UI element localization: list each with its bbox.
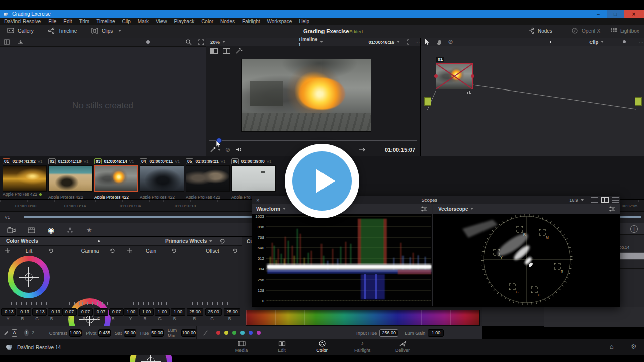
rgb-mixer-tab-icon[interactable] [66, 227, 74, 234]
output-node[interactable] [635, 97, 642, 106]
vectorscope-select[interactable]: Vectorscope [438, 206, 468, 212]
zoom-chevron-icon[interactable] [222, 41, 225, 43]
scopes-aspect-select[interactable]: 16:9 [569, 198, 578, 203]
pan-tool-icon[interactable] [436, 39, 441, 45]
timeline-button[interactable]: Timeline [48, 27, 77, 34]
gamma-value[interactable]: 0.07 [94, 308, 108, 316]
menu-item[interactable]: Help [295, 19, 313, 24]
menu-item[interactable]: Nodes [217, 19, 238, 24]
clip-thumbnail[interactable] [231, 165, 276, 192]
clip-thumbnail[interactable] [140, 165, 184, 192]
clip-thumbnail[interactable] [3, 165, 47, 192]
nav-page-color[interactable]: Color [306, 340, 338, 353]
image-wipe-icon[interactable] [210, 48, 218, 54]
clip-card[interactable]: 05 01:03:09:21 V1 Apple ProRes 422 [186, 158, 230, 199]
layout-two-up-icon[interactable] [601, 197, 609, 203]
hue-dot-yellow[interactable] [224, 331, 228, 335]
timeline-chevron-icon[interactable] [320, 41, 323, 43]
clip-thumbnail[interactable] [94, 165, 138, 192]
waveform-select[interactable]: Waveform [256, 206, 280, 212]
offset-value[interactable]: 25.00 [187, 308, 203, 316]
auto-color-button[interactable]: A [12, 329, 17, 337]
menu-item[interactable]: Trim [76, 19, 93, 24]
select-tool-icon[interactable] [425, 39, 429, 45]
clip-thumbnail[interactable] [186, 165, 230, 192]
picker-chevron-icon[interactable] [218, 149, 221, 151]
slider-knob[interactable] [146, 40, 150, 44]
menu-item[interactable]: Timeline [93, 19, 118, 24]
gamma-value[interactable]: 0.07 [78, 308, 93, 316]
node-mode-select[interactable]: Clip [589, 39, 598, 45]
lift-value[interactable]: -0.13 [17, 308, 31, 316]
lift-value[interactable]: -0.13 [1, 308, 16, 316]
menu-item[interactable]: File [45, 19, 60, 24]
nodes-button[interactable]: Nodes [527, 27, 552, 34]
wheels-mode-select[interactable]: Primaries Wheels [165, 238, 207, 244]
page-2-button[interactable]: 2 [32, 330, 34, 335]
menu-item[interactable]: Mark [134, 19, 152, 24]
source-input-node[interactable] [424, 97, 431, 106]
clip-card[interactable]: 04 01:00:04:11 V1 Apple ProRes 422 [140, 158, 184, 199]
nav-page-media[interactable]: Media [225, 340, 258, 353]
thumbnail-size-slider[interactable] [139, 42, 176, 42]
viewer-timeline-select[interactable]: Timeline 1 [298, 36, 317, 47]
camera-raw-tab-icon[interactable] [7, 227, 16, 234]
lightbox-button[interactable]: Lightbox [610, 27, 639, 34]
gain-wheel-handle[interactable] [147, 357, 155, 362]
aspect-chevron-icon[interactable] [581, 199, 584, 201]
nav-page-edit[interactable]: Edit [266, 340, 298, 353]
clip-card[interactable]: 01 01:04:41:02 V1 Apple ProRes 422 [3, 158, 47, 199]
clip-card[interactable]: 06 01:00:39:00 V1 Apple ProRes 422 HQ [231, 158, 276, 199]
lift-wheel[interactable] [8, 256, 50, 298]
gain-value[interactable]: 1.00 [155, 308, 170, 316]
grade-bypass-icon[interactable]: ⊘ [225, 146, 230, 153]
lift-master-slider[interactable] [9, 302, 49, 305]
vectorscope-settings-icon[interactable] [608, 206, 615, 212]
node-input-dot[interactable] [434, 74, 438, 78]
node-zoom-slider[interactable] [610, 42, 634, 42]
page-1-button[interactable]: 1 [24, 329, 29, 336]
settings-gear-icon[interactable]: ⚙ [631, 343, 637, 350]
expand-viewer-icon[interactable] [407, 39, 410, 45]
color-wheels-tab-icon[interactable]: ◉ [48, 227, 54, 234]
waveform-chevron-icon[interactable] [283, 208, 286, 210]
clips-button[interactable]: Clips [91, 27, 121, 34]
menu-item[interactable]: Clip [119, 19, 134, 24]
color-match-tab-icon[interactable] [28, 227, 36, 234]
lum-gain-field[interactable]: 1.00 [428, 329, 444, 337]
menu-item[interactable]: Color [198, 19, 217, 24]
panel-options-dot[interactable] [550, 41, 552, 43]
menu-item[interactable]: DaVinci Resolve [0, 19, 45, 24]
offset-master-slider[interactable] [192, 302, 232, 305]
gain-value[interactable]: 1.00 [139, 308, 154, 316]
gamma-reset-icon[interactable] [110, 248, 115, 253]
gamma-value[interactable]: 0.07 [109, 308, 124, 316]
hue-spectrum-strip[interactable] [246, 310, 480, 326]
search-icon[interactable] [185, 39, 192, 45]
gallery-button[interactable]: Gallery [7, 27, 34, 34]
maximize-button[interactable]: □ [607, 10, 624, 18]
input-hue-field[interactable]: 256.00 [379, 329, 398, 337]
still-albums-icon[interactable] [4, 39, 11, 45]
waveform-settings-icon[interactable] [420, 206, 427, 212]
gamma-master-slider[interactable] [69, 302, 110, 305]
lift-reset-icon[interactable] [48, 248, 54, 253]
vectorscope-chevron-icon[interactable] [470, 208, 473, 210]
menu-item[interactable]: Playback [171, 19, 198, 24]
hue-dot-blue[interactable] [249, 331, 253, 335]
gain-master-slider[interactable] [131, 302, 171, 305]
node-output-dot[interactable] [471, 74, 474, 78]
info-icon[interactable]: i [630, 225, 638, 233]
clip-card[interactable]: 02 01:10:41:10 V1 Apple ProRes 422 [48, 158, 93, 199]
hue-dot-green[interactable] [232, 331, 236, 335]
timecode-chevron-icon[interactable] [397, 41, 400, 43]
split-screen-icon[interactable] [223, 48, 230, 54]
minimize-button[interactable]: – [590, 10, 607, 18]
reset-all-icon[interactable] [219, 238, 225, 244]
lum-mix-field[interactable]: 100.00 [181, 329, 196, 337]
expand-gallery-icon[interactable] [198, 39, 204, 45]
node-mode-chevron-icon[interactable] [601, 41, 604, 43]
wheels-mode-chevron-icon[interactable] [209, 240, 212, 242]
disable-node-icon[interactable]: ⊘ [448, 38, 453, 45]
layout-four-up-icon[interactable] [612, 197, 619, 203]
